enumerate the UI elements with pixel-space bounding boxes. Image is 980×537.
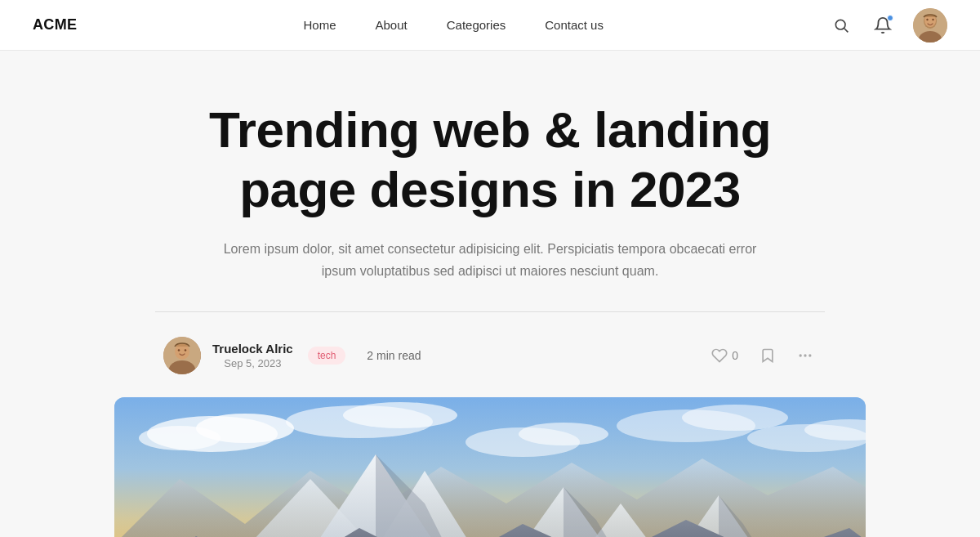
svg-point-23: [519, 423, 608, 445]
hero-subtitle: Lorem ipsum dolor, sit amet consectetur …: [212, 239, 768, 282]
navbar: ACME Home About Categories Contact us: [0, 0, 980, 51]
svg-point-13: [800, 354, 802, 356]
author-row: Truelock Alric Sep 5, 2023 tech 2 min re…: [155, 337, 825, 374]
nav-link-categories[interactable]: Categories: [447, 18, 506, 32]
svg-point-0: [835, 20, 845, 29]
nav-item-about[interactable]: About: [376, 18, 408, 33]
heart-icon: [711, 347, 728, 364]
author-date: Sep 5, 2023: [212, 357, 293, 369]
svg-point-14: [804, 354, 806, 356]
svg-point-15: [808, 354, 811, 356]
more-options-button[interactable]: [794, 344, 817, 367]
nav-actions: [830, 8, 947, 43]
avatar-image: [913, 8, 947, 43]
svg-point-7: [932, 18, 933, 20]
user-avatar[interactable]: [913, 8, 947, 43]
search-icon: [833, 17, 849, 34]
hero-landscape: [114, 397, 866, 537]
nav-item-contact[interactable]: Contact us: [545, 18, 604, 33]
author-avatar-image: [163, 337, 201, 374]
bookmark-icon: [760, 347, 776, 364]
author-avatar[interactable]: [163, 337, 201, 374]
nav-links: Home About Categories Contact us: [303, 18, 603, 33]
nav-link-home[interactable]: Home: [303, 18, 336, 32]
notifications-button[interactable]: [871, 13, 895, 38]
nav-link-contact[interactable]: Contact us: [545, 18, 604, 32]
author-name: Truelock Alric: [212, 342, 293, 356]
like-button[interactable]: 0: [708, 344, 742, 367]
svg-point-25: [682, 405, 788, 431]
article-tag[interactable]: tech: [308, 347, 346, 365]
hero-section: Trending web & landing page designs in 2…: [0, 51, 980, 537]
like-count: 0: [732, 349, 738, 362]
nav-link-about[interactable]: About: [376, 18, 408, 32]
svg-line-1: [844, 28, 849, 32]
read-time: 2 min read: [367, 349, 421, 362]
svg-point-11: [185, 349, 187, 351]
svg-point-21: [343, 402, 457, 428]
site-logo: ACME: [33, 16, 77, 34]
notification-badge: [887, 15, 893, 21]
svg-point-19: [139, 426, 220, 450]
svg-point-10: [178, 349, 180, 351]
hero-image: [114, 397, 866, 537]
search-button[interactable]: [830, 14, 853, 37]
nav-item-categories[interactable]: Categories: [447, 18, 506, 33]
svg-point-6: [926, 18, 928, 20]
bookmark-button[interactable]: [756, 344, 779, 367]
hero-divider: [155, 311, 825, 312]
more-dots-icon: [797, 347, 813, 364]
author-left: Truelock Alric Sep 5, 2023 tech 2 min re…: [163, 337, 421, 374]
author-info: Truelock Alric Sep 5, 2023: [212, 342, 293, 369]
hero-title: Trending web & landing page designs in 2…: [180, 100, 800, 219]
nav-item-home[interactable]: Home: [303, 18, 336, 33]
author-actions: 0: [708, 344, 817, 367]
